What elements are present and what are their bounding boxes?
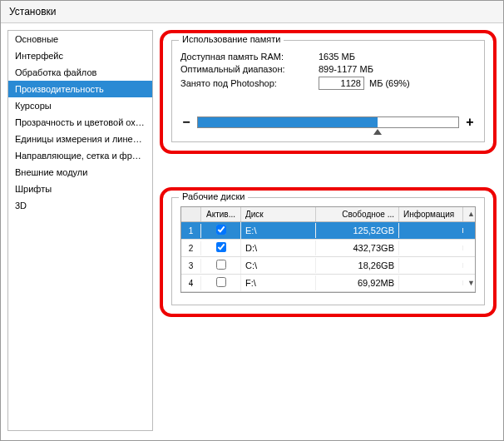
active-checkbox[interactable]	[216, 242, 226, 252]
disk-cell: E:\	[241, 223, 316, 238]
scroll-down-icon[interactable]: ▼	[463, 276, 475, 290]
info-cell	[399, 263, 463, 268]
scroll-up-icon[interactable]: ▲	[463, 207, 475, 221]
free-cell: 18,26GB	[316, 258, 399, 273]
available-ram-value: 1635 МБ	[319, 52, 355, 62]
available-ram-label: Доступная память RAM:	[180, 52, 314, 62]
disk-cell: C:\	[241, 258, 316, 273]
slider-thumb-icon[interactable]	[373, 129, 382, 135]
free-cell: 432,73GB	[316, 240, 399, 255]
active-checkbox[interactable]	[216, 277, 226, 287]
table-row[interactable]: 4F:\69,92MB▼	[181, 275, 475, 292]
table-body: 1E:\125,52GB2D:\432,73GB3C:\18,26GB4F:\6…	[181, 222, 475, 292]
sidebar-item[interactable]: Курсоры	[8, 97, 152, 114]
active-cell	[201, 240, 241, 256]
minus-icon[interactable]: −	[180, 115, 192, 130]
photoshop-usage-row: Занято под Photoshop: МБ (69%)	[180, 77, 476, 90]
active-cell	[201, 257, 241, 274]
sidebar-item[interactable]: Производительность	[8, 81, 152, 97]
active-checkbox[interactable]	[216, 225, 226, 235]
plus-icon[interactable]: +	[464, 115, 476, 130]
sidebar-item[interactable]: Шрифты	[8, 181, 152, 197]
row-index: 2	[181, 241, 201, 255]
disk-cell: F:\	[241, 275, 316, 290]
memory-highlight: Использование памяти Доступная память RA…	[160, 30, 497, 154]
category-sidebar: ОсновныеИнтерфейсОбработка файловПроизво…	[7, 30, 153, 431]
col-free[interactable]: Свободное ...	[316, 207, 399, 221]
sidebar-item[interactable]: Обработка файлов	[8, 64, 152, 81]
available-ram-row: Доступная память RAM: 1635 МБ	[180, 52, 476, 62]
photoshop-usage-unit: МБ (69%)	[369, 78, 410, 88]
scratch-disks-fieldset: Рабочие диски Актив... Диск Свободное ..…	[171, 197, 485, 305]
info-cell	[399, 280, 463, 285]
disks-highlight: Рабочие диски Актив... Диск Свободное ..…	[160, 187, 497, 317]
col-info[interactable]: Информация	[399, 207, 463, 221]
row-index: 3	[181, 259, 201, 273]
sidebar-item[interactable]: Основные	[8, 31, 152, 47]
free-cell: 125,52GB	[316, 223, 399, 238]
table-row[interactable]: 3C:\18,26GB	[181, 257, 475, 275]
slider-fill	[198, 117, 378, 127]
info-cell	[399, 245, 463, 250]
active-checkbox[interactable]	[216, 260, 226, 270]
row-index: 4	[181, 276, 201, 290]
free-cell: 69,92MB	[316, 275, 399, 290]
scratch-disks-legend: Рабочие диски	[179, 191, 248, 201]
sidebar-item[interactable]: Прозрачность и цветовой охват	[8, 114, 152, 131]
col-index	[181, 207, 201, 221]
main-panel: Использование памяти Доступная память RA…	[153, 23, 503, 438]
preferences-window: Установки ОсновныеИнтерфейсОбработка фай…	[0, 0, 504, 441]
info-cell	[399, 228, 463, 233]
optimal-range-row: Оптимальный диапазон: 899-1177 МБ	[180, 64, 476, 74]
memory-slider[interactable]	[197, 116, 459, 128]
memory-legend: Использование памяти	[179, 34, 284, 44]
active-cell	[201, 275, 241, 291]
photoshop-usage-label: Занято под Photoshop:	[180, 78, 314, 88]
optimal-range-value: 899-1177 МБ	[319, 64, 373, 74]
col-active[interactable]: Актив...	[201, 207, 241, 221]
col-disk[interactable]: Диск	[241, 207, 316, 221]
window-body: ОсновныеИнтерфейсОбработка файловПроизво…	[1, 23, 503, 438]
window-title: Установки	[1, 1, 503, 23]
table-row[interactable]: 1E:\125,52GB	[181, 222, 475, 240]
table-row[interactable]: 2D:\432,73GB	[181, 240, 475, 257]
optimal-range-label: Оптимальный диапазон:	[180, 64, 314, 74]
sidebar-item[interactable]: Направляющие, сетка и фрагменты	[8, 147, 152, 164]
memory-slider-row: − +	[180, 115, 476, 130]
disk-cell: D:\	[241, 240, 316, 255]
active-cell	[201, 222, 241, 239]
sidebar-item[interactable]: Внешние модули	[8, 164, 152, 181]
table-header: Актив... Диск Свободное ... Информация ▲	[181, 207, 475, 222]
scratch-disks-table: Актив... Диск Свободное ... Информация ▲…	[180, 206, 476, 293]
row-index: 1	[181, 224, 201, 238]
memory-fieldset: Использование памяти Доступная память RA…	[171, 40, 485, 142]
sidebar-item[interactable]: 3D	[8, 197, 152, 214]
photoshop-usage-input[interactable]	[319, 77, 364, 90]
sidebar-item[interactable]: Единицы измерения и линейки	[8, 131, 152, 147]
sidebar-item[interactable]: Интерфейс	[8, 47, 152, 64]
